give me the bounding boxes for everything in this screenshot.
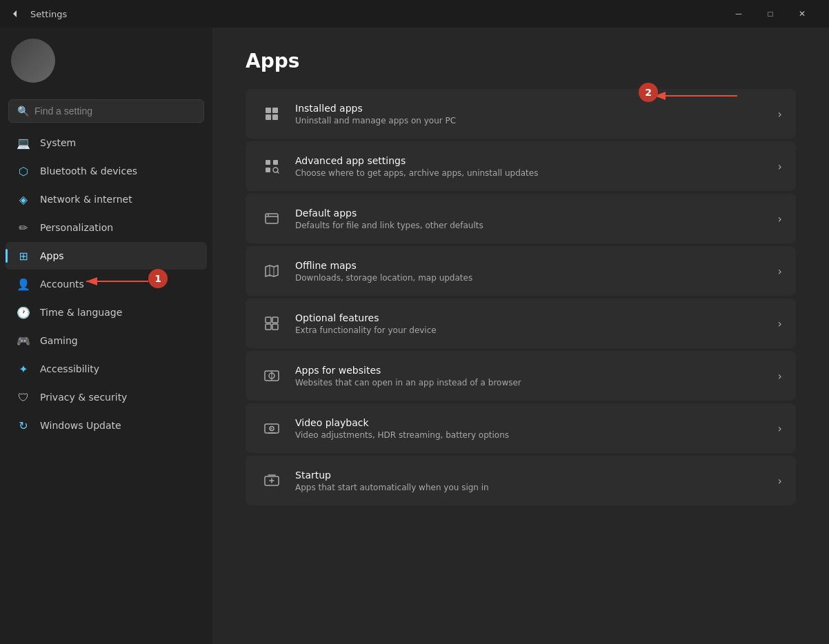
optional-features-chevron: › <box>778 317 782 330</box>
sidebar-item-privacy[interactable]: 🛡 Privacy & security <box>6 383 207 411</box>
video-playback-title: Video playback <box>295 417 509 428</box>
advanced-app-chevron: › <box>778 160 782 173</box>
network-icon: ◈ <box>17 192 30 206</box>
svg-rect-8 <box>266 160 270 165</box>
video-playback-icon <box>259 416 284 441</box>
svg-rect-17 <box>266 317 271 323</box>
main-content: Apps 2 <box>212 28 829 644</box>
sidebar-item-label: Personalization <box>40 222 113 233</box>
svg-rect-20 <box>272 324 278 330</box>
startup-icon <box>259 468 284 493</box>
svg-rect-10 <box>266 168 270 172</box>
svg-rect-6 <box>266 114 271 120</box>
gaming-icon: 🎮 <box>17 334 30 348</box>
sidebar-item-apps[interactable]: ⊞ Apps <box>6 242 207 270</box>
offline-maps-desc: Downloads, storage location, map updates <box>295 273 472 283</box>
installed-apps-title: Installed apps <box>295 103 456 114</box>
sidebar-item-label: Time & language <box>40 307 122 318</box>
page-title: Apps <box>246 50 796 72</box>
minimize-button[interactable]: ─ <box>723 0 755 28</box>
svg-point-14 <box>268 214 269 216</box>
apps-for-websites-text: Apps for websites Websites that can open… <box>295 365 521 388</box>
offline-maps-text: Offline maps Downloads, storage location… <box>295 260 472 283</box>
svg-rect-9 <box>273 160 278 165</box>
apps-for-websites-item[interactable]: Apps for websites Websites that can open… <box>246 351 796 401</box>
accessibility-icon: ✦ <box>17 362 30 376</box>
default-apps-icon <box>259 206 284 231</box>
video-playback-chevron: › <box>778 422 782 435</box>
sidebar-item-label: Accessibility <box>40 363 99 374</box>
titlebar-controls: ─ □ ✕ <box>723 0 818 28</box>
startup-title: Startup <box>295 470 489 481</box>
search-input[interactable] <box>34 105 195 117</box>
startup-text: Startup Apps that start automatically wh… <box>295 470 489 492</box>
offline-maps-title: Offline maps <box>295 260 472 271</box>
sidebar-item-personalization[interactable]: ✏ Personalization <box>6 214 207 241</box>
system-icon: 💻 <box>17 136 30 150</box>
installed-apps-left: Installed apps Uninstall and manage apps… <box>259 101 456 126</box>
titlebar: Settings ─ □ ✕ <box>0 0 829 28</box>
sidebar-item-accounts[interactable]: 👤 Accounts <box>6 270 207 298</box>
optional-features-text: Optional features Extra functionality fo… <box>295 312 437 335</box>
content-area: 🔍 1 💻 System <box>0 28 829 644</box>
optional-features-icon <box>259 311 284 336</box>
sidebar-item-bluetooth[interactable]: ⬡ Bluetooth & devices <box>6 157 207 185</box>
default-apps-item[interactable]: Default apps Defaults for file and link … <box>246 194 796 243</box>
offline-maps-chevron: › <box>778 265 782 278</box>
user-section <box>0 28 212 94</box>
sidebar-item-system[interactable]: 💻 System <box>6 129 207 157</box>
back-icon[interactable] <box>11 8 22 19</box>
apps-for-websites-title: Apps for websites <box>295 365 521 376</box>
personalization-icon: ✏ <box>17 221 30 234</box>
svg-rect-19 <box>266 324 271 330</box>
apps-icon: ⊞ <box>17 249 30 263</box>
advanced-app-settings-item[interactable]: Advanced app settings Choose where to ge… <box>246 141 796 191</box>
startup-item[interactable]: Startup Apps that start automatically wh… <box>246 456 796 505</box>
optional-features-item[interactable]: Optional features Extra functionality fo… <box>246 299 796 348</box>
offline-maps-icon <box>259 259 284 283</box>
sidebar-item-gaming[interactable]: 🎮 Gaming <box>6 327 207 354</box>
apps-for-websites-desc: Websites that can open in an app instead… <box>295 378 521 388</box>
titlebar-left: Settings <box>11 8 67 19</box>
offline-maps-left: Offline maps Downloads, storage location… <box>259 259 472 283</box>
advanced-app-text: Advanced app settings Choose where to ge… <box>295 155 538 178</box>
sidebar-item-label: Network & internet <box>40 194 132 205</box>
startup-chevron: › <box>778 474 782 487</box>
accounts-icon: 👤 <box>17 277 30 291</box>
windows-update-icon: ↻ <box>17 419 30 432</box>
sidebar-item-label: Windows Update <box>40 420 121 431</box>
optional-features-title: Optional features <box>295 312 437 323</box>
offline-maps-item[interactable]: Offline maps Downloads, storage location… <box>246 246 796 296</box>
main-wrapper: Apps 2 <box>246 50 796 505</box>
sidebar-item-network[interactable]: ◈ Network & internet <box>6 185 207 213</box>
video-playback-text: Video playback Video adjustments, HDR st… <box>295 417 509 440</box>
video-playback-item[interactable]: Video playback Video adjustments, HDR st… <box>246 403 796 453</box>
privacy-icon: 🛡 <box>17 390 30 404</box>
svg-rect-5 <box>272 108 278 113</box>
avatar <box>11 39 55 83</box>
settings-list: Installed apps Uninstall and manage apps… <box>246 89 796 505</box>
installed-apps-item[interactable]: Installed apps Uninstall and manage apps… <box>246 89 796 139</box>
advanced-app-title: Advanced app settings <box>295 155 538 166</box>
sidebar-item-time[interactable]: 🕐 Time & language <box>6 299 207 326</box>
close-button[interactable]: ✕ <box>786 0 818 28</box>
apps-for-websites-left: Apps for websites Websites that can open… <box>259 363 521 388</box>
installed-apps-chevron: › <box>778 108 782 121</box>
apps-for-websites-icon <box>259 363 284 388</box>
installed-apps-desc: Uninstall and manage apps on your PC <box>295 116 456 125</box>
sidebar: 🔍 1 💻 System <box>0 28 212 644</box>
nav-section: 1 💻 System ⬡ Bluetooth & devic <box>0 128 212 440</box>
search-box[interactable]: 🔍 <box>8 99 204 123</box>
sidebar-item-windows-update[interactable]: ↻ Windows Update <box>6 412 207 439</box>
maximize-button[interactable]: □ <box>755 0 786 28</box>
video-playback-desc: Video adjustments, HDR streaming, batter… <box>295 430 509 440</box>
video-playback-left: Video playback Video adjustments, HDR st… <box>259 416 509 441</box>
apps-for-websites-chevron: › <box>778 370 782 383</box>
svg-rect-4 <box>266 108 271 113</box>
startup-desc: Apps that start automatically when you s… <box>295 483 489 492</box>
sidebar-item-accessibility[interactable]: ✦ Accessibility <box>6 355 207 383</box>
default-apps-desc: Defaults for file and link types, other … <box>295 221 483 230</box>
startup-left: Startup Apps that start automatically wh… <box>259 468 489 493</box>
svg-rect-13 <box>266 214 278 223</box>
default-apps-text: Default apps Defaults for file and link … <box>295 208 483 230</box>
